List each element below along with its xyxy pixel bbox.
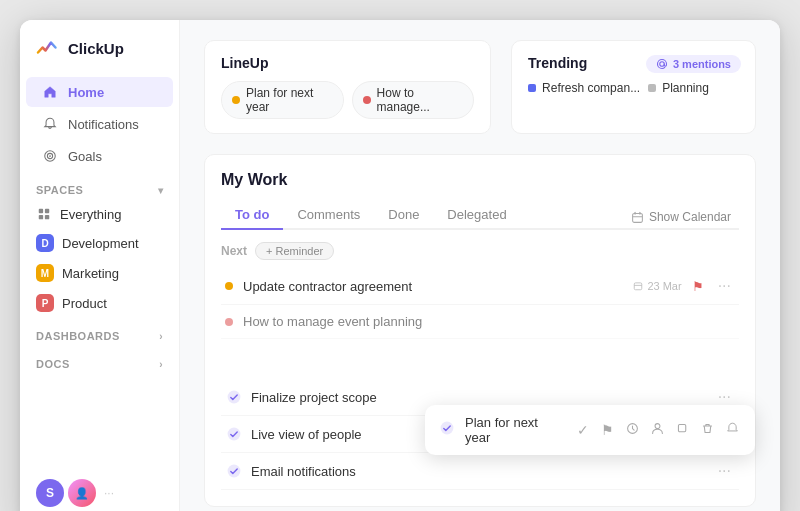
user-icon (651, 422, 664, 435)
tooltip-action-user[interactable] (649, 420, 666, 440)
sidebar-item-home[interactable]: Home (26, 77, 173, 107)
task-priority-2 (225, 318, 233, 326)
dashboards-chevron-icon[interactable]: › (159, 331, 163, 342)
tooltip-action-clock[interactable] (624, 420, 641, 440)
tab-done[interactable]: Done (374, 201, 433, 230)
task-more-3[interactable]: ··· (714, 388, 735, 406)
svg-rect-5 (39, 215, 43, 219)
user-avatar-photo: 👤 (68, 479, 96, 507)
trending-section: Trending 3 mentions Refresh compan... Pl… (511, 40, 756, 134)
task-priority-1 (225, 282, 233, 290)
tooltip-action-check[interactable]: ✓ (575, 420, 591, 440)
trending-label-refresh: Refresh compan... (542, 81, 640, 95)
spaces-header: Spaces ▾ (20, 172, 179, 200)
trending-dot-refresh (528, 84, 536, 92)
target-icon (42, 148, 58, 164)
main-content: LineUp Plan for next year How to manage.… (180, 20, 780, 511)
task-name-2: How to manage event planning (243, 314, 735, 329)
task-name-5: Email notifications (251, 464, 714, 479)
logo: ClickUp (20, 36, 179, 76)
lineup-section: LineUp Plan for next year How to manage.… (204, 40, 491, 134)
tab-comments-label: Comments (297, 207, 360, 222)
task-row-1[interactable]: Update contractor agreement 23 Mar ⚑ ··· (221, 268, 739, 305)
product-label: Product (62, 296, 107, 311)
reminder-chip[interactable]: + Reminder (255, 242, 334, 260)
lineup-item-plan[interactable]: Plan for next year (221, 81, 344, 119)
spaces-chevron-icon[interactable]: ▾ (158, 185, 164, 196)
development-avatar: D (36, 234, 54, 252)
tab-delegated[interactable]: Delegated (433, 201, 520, 230)
top-row: LineUp Plan for next year How to manage.… (204, 40, 756, 134)
home-icon (42, 84, 58, 100)
show-calendar-label: Show Calendar (649, 210, 731, 224)
goals-label: Goals (68, 149, 102, 164)
everything-label: Everything (60, 207, 121, 222)
sidebar-item-notifications[interactable]: Notifications (26, 109, 173, 139)
tabs-row: To do Comments Done Delegated Show Calen… (221, 201, 739, 230)
trending-item-refresh[interactable]: Refresh compan... (528, 81, 640, 95)
user-menu-dots[interactable]: ··· (104, 486, 114, 500)
sidebar-item-everything[interactable]: Everything (20, 200, 179, 228)
tab-done-label: Done (388, 207, 419, 222)
development-label: Development (62, 236, 139, 251)
trending-items: Refresh compan... Planning (528, 81, 739, 95)
tooltip-task-icon (439, 420, 455, 440)
svg-point-10 (228, 391, 241, 404)
dashboards-label: Dashboards (36, 330, 120, 342)
tooltip-action-square[interactable] (674, 420, 691, 440)
tooltip-action-bell[interactable] (724, 420, 741, 440)
task-row-2[interactable]: How to manage event planning (221, 305, 739, 339)
task-date-text-1: 23 Mar (647, 280, 681, 292)
sidebar-item-goals[interactable]: Goals (26, 141, 173, 171)
sidebar-item-marketing[interactable]: M Marketing (20, 258, 179, 288)
tab-delegated-label: Delegated (447, 207, 506, 222)
clock-icon (626, 422, 639, 435)
trending-item-planning[interactable]: Planning (648, 81, 709, 95)
svg-rect-8 (633, 213, 643, 222)
home-label: Home (68, 85, 104, 100)
svg-point-2 (49, 155, 51, 157)
task-icon-5 (225, 462, 243, 480)
docs-header: Docs › (20, 346, 179, 374)
tooltip-action-flag[interactable]: ⚑ (599, 420, 616, 440)
lineup-title: LineUp (221, 55, 474, 71)
task-row-5[interactable]: Email notifications ··· (221, 453, 739, 490)
svg-rect-6 (45, 215, 49, 219)
task-name-3: Finalize project scope (251, 390, 714, 405)
lineup-label-plan: Plan for next year (246, 86, 333, 114)
svg-rect-16 (678, 424, 685, 431)
task-more-5[interactable]: ··· (714, 462, 735, 480)
tooltip-action-trash[interactable] (699, 420, 716, 440)
sidebar-item-product[interactable]: P Product (20, 288, 179, 318)
show-calendar-button[interactable]: Show Calendar (623, 206, 739, 228)
marketing-avatar: M (36, 264, 54, 282)
tooltip-actions: ✓ ⚑ (575, 420, 741, 440)
task-more-1[interactable]: ··· (714, 277, 735, 295)
next-text: Next (221, 244, 247, 258)
lineup-label-manage: How to manage... (377, 86, 464, 114)
product-avatar: P (36, 294, 54, 312)
lineup-item-manage[interactable]: How to manage... (352, 81, 475, 119)
date-icon-1 (633, 281, 643, 291)
clickup-logo-icon (36, 36, 60, 60)
trending-label-planning: Planning (662, 81, 709, 95)
sidebar-item-development[interactable]: D Development (20, 228, 179, 258)
app-name: ClickUp (68, 40, 124, 57)
tooltip-task-label: Plan for next year (465, 415, 565, 445)
lineup-dot-manage (363, 96, 371, 104)
avatar-group: S 👤 (36, 479, 96, 507)
docs-chevron-icon[interactable]: › (159, 359, 163, 370)
copy-icon (676, 422, 689, 435)
bell-action-icon (726, 422, 739, 435)
lineup-dot-plan (232, 96, 240, 104)
task-name-1: Update contractor agreement (243, 279, 633, 294)
mywork-section: My Work To do Comments Done Delegated Sh… (204, 154, 756, 507)
tab-comments[interactable]: Comments (283, 201, 374, 230)
user-avatar-s: S (36, 479, 64, 507)
user-profile[interactable]: S 👤 ··· (20, 471, 179, 511)
svg-point-15 (655, 424, 660, 429)
tab-todo[interactable]: To do (221, 201, 283, 230)
next-label-row: Next + Reminder (221, 242, 739, 260)
task-icon-3 (225, 388, 243, 406)
task-icon-4 (225, 425, 243, 443)
